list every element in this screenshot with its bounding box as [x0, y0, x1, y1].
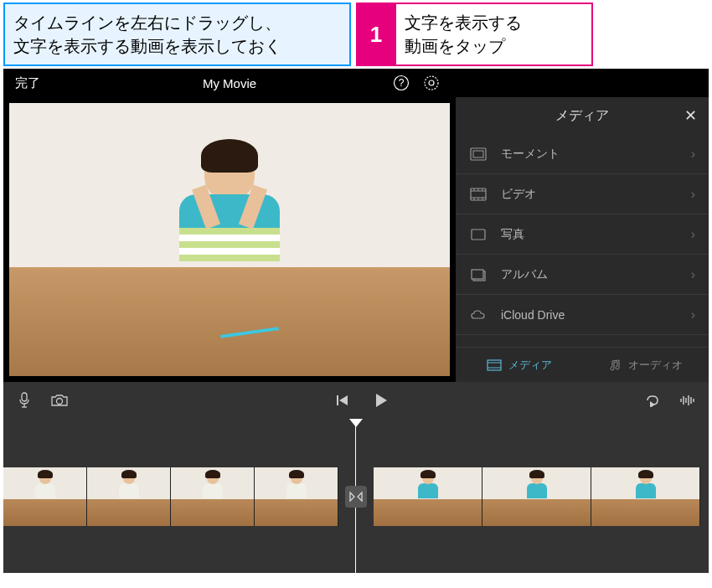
play-icon[interactable]: [372, 391, 390, 410]
step-number-badge: 1: [356, 3, 396, 66]
media-source-list: モーメント › ビデオ › 写真 ›: [456, 134, 709, 347]
top-toolbar: 完了 My Movie ?: [3, 69, 709, 97]
media-panel-header: メディア ✕: [456, 97, 709, 134]
tab-audio[interactable]: オーディオ: [582, 348, 709, 382]
svg-rect-7: [473, 151, 483, 157]
instruction-callout-right: 文字を表示する 動画をタップ: [396, 3, 593, 66]
media-panel: メディア ✕ モーメント › ビデオ ›: [456, 97, 709, 382]
video-clip-2[interactable]: [374, 467, 700, 526]
svg-marker-29: [376, 394, 387, 407]
callout-left-text: タイムラインを左右にドラッグし、 文字を表示する動画を表示しておく: [13, 13, 281, 55]
settings-gear-icon[interactable]: [422, 74, 441, 92]
instruction-callout-right-group: 1 文字を表示する 動画をタップ: [356, 3, 593, 66]
camera-icon[interactable]: [50, 391, 69, 410]
tab-media[interactable]: メディア: [456, 348, 582, 382]
svg-rect-20: [488, 360, 501, 370]
photo-icon: [469, 225, 488, 244]
svg-point-4: [425, 76, 438, 90]
chevron-right-icon: ›: [691, 187, 695, 202]
filmstrip-icon: [487, 359, 502, 371]
svg-rect-23: [22, 393, 27, 401]
svg-marker-37: [350, 493, 354, 501]
chevron-right-icon: ›: [691, 307, 695, 322]
skip-back-icon[interactable]: [333, 391, 352, 410]
transition-button[interactable]: [345, 486, 367, 508]
video-icon: [469, 185, 488, 204]
chevron-right-icon: ›: [691, 227, 695, 242]
moments-icon: [469, 145, 488, 163]
chevron-right-icon: ›: [691, 267, 695, 282]
music-note-icon: [608, 358, 622, 372]
svg-marker-28: [339, 395, 348, 405]
media-item-video[interactable]: ビデオ ›: [456, 174, 709, 214]
svg-text:?: ?: [399, 77, 405, 89]
svg-rect-27: [337, 395, 338, 405]
waveform-icon[interactable]: [678, 391, 697, 410]
timeline-track[interactable]: [3, 467, 709, 526]
microphone-icon[interactable]: [15, 391, 34, 410]
imovie-app-window: 完了 My Movie ?: [3, 69, 709, 573]
callout-right-text: 文字を表示する 動画をタップ: [405, 13, 522, 55]
album-icon: [469, 266, 488, 284]
preview-video-frame: [9, 103, 450, 376]
chevron-right-icon: ›: [691, 147, 695, 162]
media-item-album[interactable]: アルバム ›: [456, 255, 709, 295]
svg-point-26: [57, 399, 63, 405]
preview-pane[interactable]: [3, 97, 456, 382]
instruction-callout-left: タイムラインを左右にドラッグし、 文字を表示する動画を表示しておく: [3, 3, 351, 66]
svg-rect-19: [472, 270, 483, 279]
video-clip-1[interactable]: [3, 467, 338, 526]
svg-marker-38: [358, 493, 362, 501]
upper-panels: メディア ✕ モーメント › ビデオ ›: [3, 97, 709, 382]
help-icon[interactable]: ?: [392, 74, 410, 92]
media-item-icloud[interactable]: iCloud Drive ›: [456, 295, 709, 335]
media-bottom-tabs: メディア オーディオ: [456, 347, 709, 382]
svg-rect-17: [472, 230, 485, 240]
timeline-area[interactable]: [3, 419, 709, 573]
transport-bar: [3, 382, 709, 419]
close-icon[interactable]: ✕: [684, 106, 697, 125]
done-button[interactable]: 完了: [3, 69, 52, 97]
svg-marker-30: [650, 401, 655, 407]
project-title: My Movie: [146, 76, 313, 90]
cloud-icon: [469, 306, 488, 324]
svg-point-5: [429, 80, 434, 85]
media-item-photo[interactable]: 写真 ›: [456, 214, 709, 255]
media-item-moments[interactable]: モーメント ›: [456, 134, 709, 174]
undo-icon[interactable]: [643, 391, 662, 410]
